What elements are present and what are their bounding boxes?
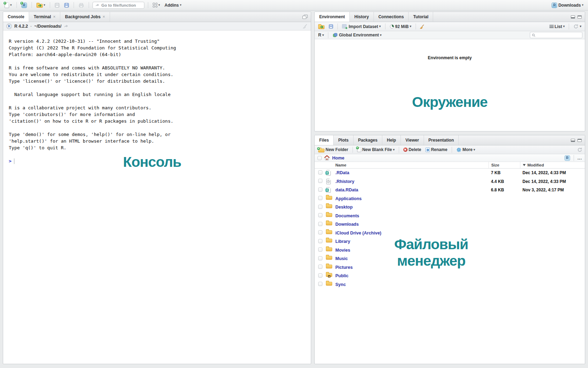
load-workspace-button[interactable] [317, 23, 326, 30]
row-checkbox[interactable] [318, 205, 322, 209]
toolbar-separator [328, 32, 328, 38]
pane-layout-button[interactable]: ▾ [152, 2, 161, 8]
table-row[interactable]: Downloads [315, 220, 585, 229]
tab-environment[interactable]: Environment [315, 12, 350, 22]
file-link[interactable]: Library [335, 239, 350, 244]
refresh-button[interactable]: ▾ [572, 23, 582, 30]
rename-button[interactable]: Rename [424, 146, 449, 153]
tab-tutorial[interactable]: Tutorial [409, 12, 433, 22]
file-link[interactable]: Sync [335, 282, 346, 287]
tab-packages[interactable]: Packages [354, 135, 382, 145]
tab-viewer[interactable]: Viewer [401, 135, 424, 145]
environment-search-input[interactable] [537, 33, 580, 37]
close-icon[interactable]: × [103, 14, 105, 19]
table-row[interactable]: .RData 7 KB Dec 14, 2022, 4:33 PM [315, 169, 585, 177]
tab-history[interactable]: History [350, 12, 374, 22]
file-link[interactable]: Desktop [335, 205, 353, 210]
maximize-pane-icon[interactable] [577, 139, 582, 142]
row-checkbox[interactable] [318, 239, 322, 243]
minimize-pane-icon[interactable] [571, 139, 575, 142]
file-link[interactable]: .RData [335, 170, 349, 175]
environment-scope-selector[interactable]: Global Environment ▾ [331, 32, 383, 39]
minimize-pane-icon[interactable] [571, 15, 575, 19]
breadcrumb-home-link[interactable]: Home [332, 156, 344, 161]
refresh-icon[interactable] [577, 147, 582, 152]
row-checkbox[interactable] [318, 230, 322, 234]
select-all-checkbox[interactable] [317, 156, 322, 160]
row-checkbox[interactable] [318, 282, 322, 286]
row-checkbox[interactable] [318, 256, 322, 260]
row-checkbox[interactable] [318, 247, 322, 252]
new-project-button[interactable]: R [20, 2, 28, 9]
tab-files[interactable]: Files [315, 135, 334, 145]
new-folder-button[interactable]: New Folder [317, 146, 349, 153]
file-link[interactable]: .Rhistory [335, 179, 354, 184]
file-link[interactable]: iCloud Drive (Archive) [335, 231, 381, 236]
path-more-button[interactable]: ... [577, 156, 582, 161]
new-file-button[interactable]: ▾ [4, 2, 13, 9]
table-row[interactable]: Documents [315, 212, 585, 220]
column-header-name[interactable]: Name [335, 163, 488, 167]
file-link[interactable]: Public [335, 273, 349, 278]
maximize-pane-icon[interactable] [302, 15, 308, 19]
tab-presentation[interactable]: Presentation [424, 135, 459, 145]
file-link[interactable]: Movies [335, 248, 350, 253]
file-modified: Dec 14, 2022, 4:33 PM [520, 179, 585, 184]
plus-badge-icon [3, 1, 7, 5]
maximize-pane-icon[interactable] [577, 15, 582, 19]
addins-button[interactable]: Addins ▾ [164, 2, 183, 8]
column-header-size[interactable]: Size [488, 162, 520, 168]
file-link[interactable]: Downloads [335, 222, 359, 227]
open-file-button[interactable]: ▾ [35, 2, 47, 8]
row-checkbox[interactable] [318, 265, 322, 269]
tab-help[interactable]: Help [382, 135, 401, 145]
language-selector[interactable]: R ▾ [317, 32, 325, 38]
column-header-modified[interactable]: Modified [520, 162, 585, 168]
save-icon [55, 3, 60, 8]
project-menu-button[interactable]: R Downloads ▾ [551, 2, 584, 9]
goto-file-function-box[interactable] [93, 2, 144, 9]
table-row[interactable]: Applications [315, 195, 585, 203]
tab-plots[interactable]: Plots [334, 135, 353, 145]
r-project-directory-icon[interactable]: R [565, 155, 570, 161]
row-checkbox[interactable] [318, 213, 322, 217]
save-all-button[interactable] [63, 2, 70, 8]
table-row[interactable]: Desktop [315, 203, 585, 212]
file-link[interactable]: data.RData [335, 188, 358, 192]
row-checkbox[interactable] [318, 196, 322, 200]
delete-button[interactable]: Delete [402, 146, 422, 153]
clear-environment-broom-icon[interactable] [419, 24, 425, 29]
goto-file-function-input[interactable] [101, 3, 142, 7]
row-checkbox[interactable] [318, 222, 322, 226]
close-icon[interactable]: × [53, 14, 55, 19]
environment-scope-bar: R ▾ Global Environment ▾ [315, 31, 585, 39]
tab-background-jobs[interactable]: Background Jobs × [60, 12, 110, 22]
print-button[interactable] [77, 2, 85, 8]
tab-connections[interactable]: Connections [374, 12, 409, 22]
environment-search-box[interactable] [530, 32, 582, 38]
tab-console[interactable]: Console [3, 12, 29, 22]
file-link[interactable]: Documents [335, 213, 359, 218]
console-output[interactable]: R version 4.2.2 (2022-10-31) -- "Innocen… [3, 30, 311, 363]
row-checkbox[interactable] [318, 273, 322, 278]
row-checkbox[interactable] [318, 188, 322, 192]
row-checkbox[interactable] [318, 179, 322, 183]
more-button[interactable]: More ▾ [455, 146, 476, 153]
table-row[interactable]: Public [315, 272, 585, 280]
import-dataset-button[interactable]: Import Dataset ▾ [341, 23, 382, 30]
row-checkbox[interactable] [318, 170, 322, 175]
file-link[interactable]: Applications [335, 196, 362, 201]
file-link[interactable]: Pictures [335, 265, 353, 270]
clear-console-broom-icon[interactable] [302, 23, 308, 29]
goto-directory-icon[interactable] [64, 24, 68, 28]
table-row[interactable]: data.RData 6.8 KB Nov 3, 2022, 4:17 PM [315, 186, 585, 195]
save-button[interactable] [54, 2, 61, 8]
memory-usage-button[interactable]: 92 MiB ▾ [389, 23, 412, 30]
file-link[interactable]: Music [335, 256, 348, 261]
new-blank-file-button[interactable]: New Blank File ▾ [356, 146, 396, 153]
tab-terminal[interactable]: Terminal × [29, 12, 60, 22]
table-row[interactable]: .Rhistory 4.4 KB Dec 14, 2022, 4:33 PM [315, 177, 585, 186]
list-view-button[interactable]: List ▾ [548, 23, 566, 30]
save-workspace-button[interactable] [328, 23, 334, 29]
table-row[interactable]: Sync [315, 280, 585, 289]
